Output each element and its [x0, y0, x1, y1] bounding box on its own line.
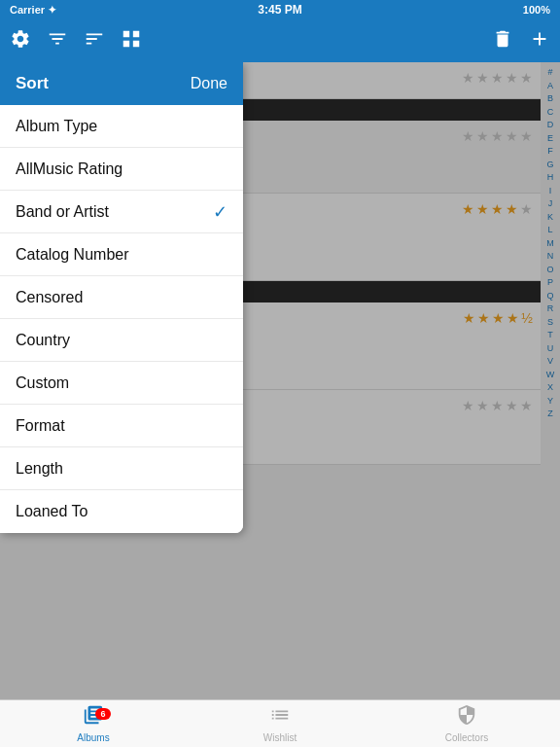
filter-icon[interactable]: [47, 28, 68, 54]
main-content: mmer EP ★ ★ ★ ★ ★ H ★ ★ ★ ★ ★: [0, 62, 560, 699]
tab-wishlist[interactable]: Wishlist: [187, 704, 373, 743]
sort-icon[interactable]: [84, 28, 105, 54]
status-battery: 100%: [523, 4, 550, 16]
grid-icon[interactable]: [121, 28, 142, 54]
collectors-icon: [456, 704, 477, 730]
dropdown-done-button[interactable]: Done: [191, 75, 228, 92]
tab-collectors-label: Collectors: [445, 732, 488, 743]
tab-wishlist-label: Wishlist: [263, 732, 297, 743]
sort-option-format[interactable]: Format: [0, 405, 243, 447]
status-bar: Carrier ✦ 3:45 PM 100%: [0, 0, 560, 19]
trash-icon[interactable]: [492, 28, 513, 54]
toolbar: [0, 19, 560, 62]
tab-albums-label: Albums: [77, 732, 109, 743]
sort-option-length[interactable]: Length: [0, 447, 243, 490]
tab-collectors[interactable]: Collectors: [373, 704, 560, 743]
sort-option-album-type[interactable]: Album Type: [0, 105, 243, 148]
toolbar-left: [10, 28, 142, 54]
sort-dropdown: Sort Done Album Type AllMusic Rating Ban…: [0, 62, 243, 533]
checkmark-band-or-artist: ✓: [213, 201, 228, 223]
dropdown-header: Sort Done: [0, 62, 243, 105]
wishlist-icon: [269, 704, 291, 730]
sort-option-custom[interactable]: Custom: [0, 362, 243, 405]
sort-option-loaned-to[interactable]: Loaned To: [0, 490, 243, 533]
status-time: 3:45 PM: [258, 3, 301, 17]
gear-icon[interactable]: [10, 28, 31, 54]
sort-option-censored[interactable]: Censored: [0, 276, 243, 319]
sort-option-allmusic-rating[interactable]: AllMusic Rating: [0, 148, 243, 191]
status-carrier: Carrier ✦: [10, 4, 56, 17]
toolbar-right: [492, 28, 550, 54]
sort-option-catalog-number[interactable]: Catalog Number: [0, 233, 243, 276]
albums-badge: 6: [95, 708, 111, 720]
plus-icon[interactable]: [529, 28, 550, 54]
dropdown-title: Sort: [16, 74, 49, 93]
sort-option-band-or-artist[interactable]: Band or Artist ✓: [0, 191, 243, 233]
tab-albums[interactable]: 6 Albums: [0, 704, 187, 743]
sort-option-country[interactable]: Country: [0, 319, 243, 362]
tab-bar: 6 Albums Wishlist Collectors: [0, 699, 560, 747]
